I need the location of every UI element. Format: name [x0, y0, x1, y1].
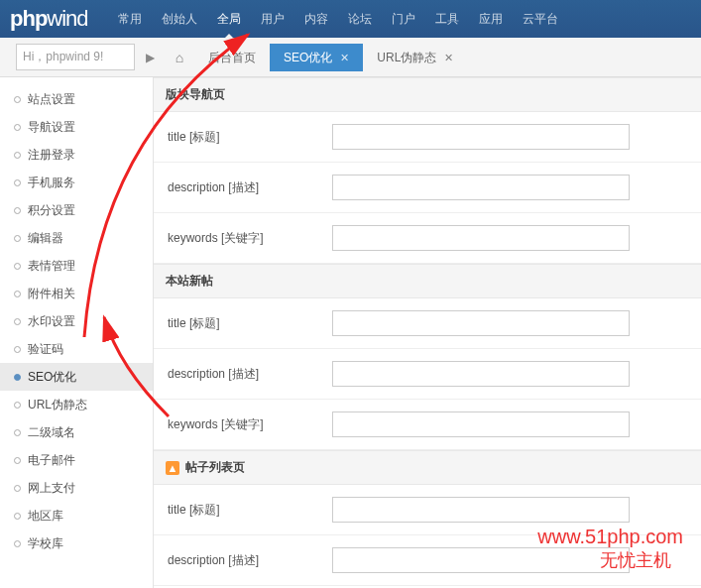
text-input-1-0[interactable]	[332, 310, 630, 336]
logo: phpwind	[10, 6, 108, 32]
sidebar-item-8[interactable]: 水印设置	[0, 307, 153, 335]
section-title: 本站新帖	[166, 273, 213, 290]
form-row: title [标题]	[154, 112, 701, 163]
section-head-0: 版块导航页	[154, 77, 701, 112]
close-icon[interactable]: ✕	[444, 52, 453, 63]
sidebar-item-5[interactable]: 编辑器	[0, 224, 153, 252]
form-row: title [标题]	[154, 485, 701, 535]
subtab-label: SEO优化	[284, 51, 332, 64]
text-input-0-1[interactable]	[332, 175, 630, 200]
topnav-item-8[interactable]: 应用	[469, 0, 513, 38]
subtab-label: URL伪静态	[377, 51, 436, 64]
form-label: title [标题]	[154, 502, 332, 519]
topnav-item-7[interactable]: 工具	[425, 0, 469, 38]
sidebar-item-12[interactable]: 二级域名	[0, 418, 153, 446]
content: 版块导航页title [标题]description [描述]keywords …	[154, 77, 701, 588]
greet-arrow-icon: ▶	[135, 51, 165, 64]
topnav-item-2[interactable]: 全局	[207, 0, 251, 38]
sidebar-item-3[interactable]: 手机服务	[0, 169, 153, 196]
form-label: description [描述]	[154, 552, 332, 569]
collapse-icon[interactable]: ▲	[166, 461, 179, 475]
sidebar-item-15[interactable]: 地区库	[0, 502, 153, 529]
sub-bar: Hi，phpwind 9! ▶ ⌂ 后台首页SEO优化✕URL伪静态✕	[0, 38, 701, 77]
sidebar-item-0[interactable]: 站点设置	[0, 85, 153, 113]
greeting-box: Hi，phpwind 9!	[16, 44, 135, 70]
form-row: description [描述]	[154, 535, 701, 586]
sidebar-item-10[interactable]: SEO优化	[0, 363, 153, 391]
text-input-0-2[interactable]	[332, 225, 630, 251]
text-input-0-0[interactable]	[332, 124, 630, 150]
text-input-1-1[interactable]	[332, 361, 630, 387]
home-icon[interactable]: ⌂	[165, 50, 194, 65]
topnav-item-4[interactable]: 内容	[294, 0, 338, 38]
topnav-item-6[interactable]: 门户	[382, 0, 425, 38]
form-row: keywords [关键字]	[154, 213, 701, 264]
subtab-0[interactable]: 后台首页	[194, 44, 270, 71]
form-row: description [描述]	[154, 349, 701, 400]
sidebar-item-11[interactable]: URL伪静态	[0, 391, 153, 418]
main-area: 站点设置导航设置注册登录手机服务积分设置编辑器表情管理附件相关水印设置验证码SE…	[0, 77, 701, 588]
topnav-item-3[interactable]: 用户	[251, 0, 294, 38]
text-input-2-0[interactable]	[332, 497, 630, 523]
sidebar-item-16[interactable]: 学校库	[0, 529, 153, 557]
subtab-2[interactable]: URL伪静态✕	[363, 44, 467, 71]
sidebar-item-6[interactable]: 表情管理	[0, 252, 153, 280]
text-input-2-1[interactable]	[332, 547, 630, 573]
sidebar-item-1[interactable]: 导航设置	[0, 113, 153, 141]
sidebar-item-7[interactable]: 附件相关	[0, 280, 153, 307]
sidebar-item-4[interactable]: 积分设置	[0, 196, 153, 224]
text-input-1-2[interactable]	[332, 412, 630, 437]
sidebar-item-2[interactable]: 注册登录	[0, 141, 153, 169]
section-head-2: ▲帖子列表页	[154, 450, 701, 485]
sidebar: 站点设置导航设置注册登录手机服务积分设置编辑器表情管理附件相关水印设置验证码SE…	[0, 77, 154, 588]
form-label: keywords [关键字]	[154, 230, 332, 247]
topnav-item-5[interactable]: 论坛	[338, 0, 382, 38]
top-nav: phpwind 常用创始人全局用户内容论坛门户工具应用云平台	[0, 0, 701, 38]
topnav-item-0[interactable]: 常用	[108, 0, 152, 38]
form-label: description [描述]	[154, 366, 332, 383]
section-title: 帖子列表页	[185, 459, 245, 476]
sidebar-item-14[interactable]: 网上支付	[0, 474, 153, 502]
sidebar-item-9[interactable]: 验证码	[0, 335, 153, 363]
form-row: title [标题]	[154, 298, 701, 349]
form-row: keywords [关键字]	[154, 400, 701, 450]
form-label: description [描述]	[154, 179, 332, 196]
close-icon[interactable]: ✕	[340, 52, 349, 63]
subtab-label: 后台首页	[208, 51, 256, 64]
form-label: title [标题]	[154, 129, 332, 146]
sidebar-item-13[interactable]: 电子邮件	[0, 446, 153, 474]
topnav-item-1[interactable]: 创始人	[152, 0, 207, 38]
topnav-item-9[interactable]: 云平台	[513, 0, 568, 38]
form-row: description [描述]	[154, 163, 701, 213]
section-head-1: 本站新帖	[154, 264, 701, 298]
section-title: 版块导航页	[166, 86, 225, 103]
form-label: keywords [关键字]	[154, 416, 332, 433]
form-label: title [标题]	[154, 315, 332, 332]
subtab-1[interactable]: SEO优化✕	[270, 44, 363, 71]
